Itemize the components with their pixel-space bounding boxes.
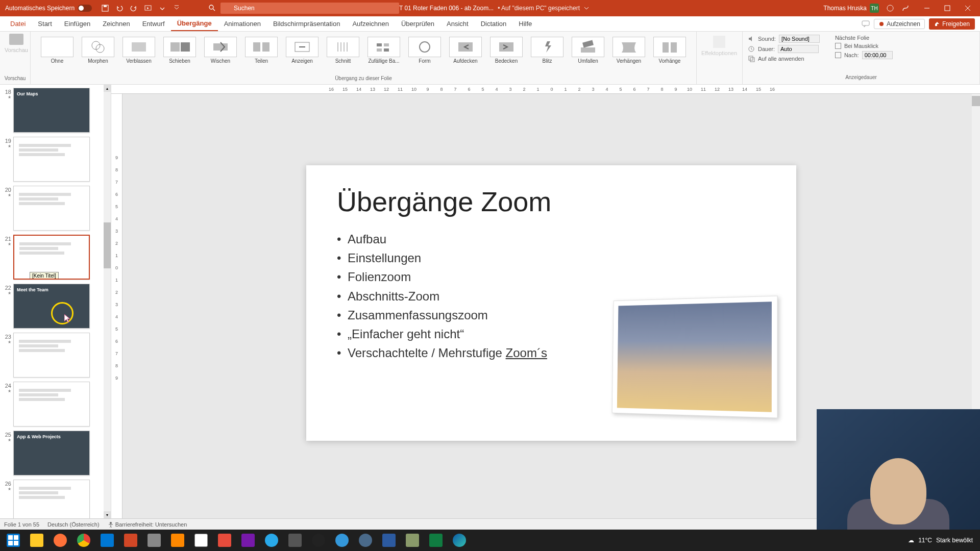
slide-thumb-23[interactable]: 23★	[0, 331, 111, 380]
apply-all-button[interactable]: Auf alle anwenden	[748, 55, 820, 62]
powerpoint-icon[interactable]	[119, 531, 142, 550]
app-icon-2[interactable]	[190, 531, 212, 550]
user-account[interactable]: Thomas Hruska TH	[823, 4, 879, 13]
sound-select[interactable]	[779, 35, 820, 43]
after-input[interactable]	[862, 51, 893, 59]
on-click-checkbox[interactable]: Bei Mausklick	[835, 43, 893, 49]
scroll-down-button[interactable]: ▾	[104, 511, 111, 518]
save-icon[interactable]	[101, 4, 109, 12]
slide-content[interactable]: Übergänge Zoom AufbauEinstellungenFolien…	[306, 165, 796, 441]
transition-blitz[interactable]: Blitz	[528, 36, 567, 65]
more-icon[interactable]	[158, 4, 166, 12]
transition-schieben[interactable]: Schieben	[160, 36, 199, 65]
transition-umfallen[interactable]: Umfallen	[569, 36, 607, 65]
scroll-up-button[interactable]: ▴	[104, 85, 111, 92]
outlook-icon[interactable]	[96, 531, 118, 550]
transition-wischen[interactable]: Wischen	[201, 36, 240, 65]
minimize-button[interactable]	[917, 0, 937, 16]
slide-counter[interactable]: Folie 1 von 55	[4, 521, 39, 528]
duration-input[interactable]	[778, 45, 819, 53]
tab-zeichnen[interactable]: Zeichnen	[96, 16, 136, 31]
transition-verblassen[interactable]: Verblassen	[119, 36, 158, 65]
weather-temp[interactable]: 11°C	[918, 537, 932, 544]
transition-zuflligeba[interactable]: Zufällige Ba...	[364, 36, 403, 65]
edge-icon[interactable]	[448, 531, 471, 550]
bullet-item[interactable]: Aufbau	[337, 230, 766, 248]
app-icon-6[interactable]	[354, 531, 377, 550]
tab-ansicht[interactable]: Ansicht	[440, 16, 475, 31]
thumbnail-scrollbar[interactable]: ▴ ▾	[104, 85, 111, 518]
telegram-icon[interactable]	[260, 531, 283, 550]
slide-thumb-24[interactable]: 24★	[0, 380, 111, 429]
tab-animationen[interactable]: Animationen	[218, 16, 267, 31]
tab-hilfe[interactable]: Hilfe	[512, 16, 538, 31]
transition-morphen[interactable]: Morphen	[79, 36, 117, 65]
tab-bildschirmpräsentation[interactable]: Bildschirmpräsentation	[267, 16, 347, 31]
undo-icon[interactable]	[115, 4, 124, 12]
redo-icon[interactable]	[130, 4, 138, 12]
transition-schnitt[interactable]: Schnitt	[324, 36, 362, 65]
duration-row[interactable]: Dauer:	[748, 45, 820, 53]
tab-übergänge[interactable]: Übergänge	[171, 16, 218, 31]
comments-icon[interactable]	[862, 20, 870, 28]
app-icon-8[interactable]	[401, 531, 424, 550]
slide-thumb-21[interactable]: 21★[Kein Titel]	[0, 233, 111, 282]
transition-form[interactable]: Form	[405, 36, 444, 65]
maximize-button[interactable]	[937, 0, 958, 16]
tab-einfügen[interactable]: Einfügen	[58, 16, 96, 31]
search-input[interactable]	[220, 3, 399, 14]
tab-entwurf[interactable]: Entwurf	[136, 16, 171, 31]
obs-icon[interactable]	[307, 531, 330, 550]
drawing-icon[interactable]	[901, 4, 910, 12]
transition-aufdecken[interactable]: Aufdecken	[446, 36, 485, 65]
tab-überprüfen[interactable]: Überprüfen	[395, 16, 440, 31]
transition-ohne[interactable]: Ohne	[38, 36, 77, 65]
transition-vorhnge[interactable]: Vorhänge	[650, 36, 689, 65]
slide-thumb-20[interactable]: 20★	[0, 184, 111, 233]
transition-teilen[interactable]: Teilen	[242, 36, 281, 65]
transition-anzeigen[interactable]: Anzeigen	[283, 36, 322, 65]
start-button[interactable]	[2, 531, 24, 550]
bullet-item[interactable]: Einstellungen	[337, 248, 766, 267]
tab-start[interactable]: Start	[32, 16, 58, 31]
app-icon-1[interactable]	[143, 531, 165, 550]
record-button[interactable]: Aufzeichnen	[874, 19, 925, 29]
slide-thumb-25[interactable]: 25★App & Web Projects	[0, 429, 111, 478]
excel-icon[interactable]	[425, 531, 447, 550]
tab-aufzeichnen[interactable]: Aufzeichnen	[346, 16, 395, 31]
tab-dictation[interactable]: Dictation	[475, 16, 513, 31]
sound-row[interactable]: Sound:	[748, 35, 820, 43]
onenote-icon[interactable]	[237, 531, 259, 550]
autosave-toggle[interactable]: Automatisches Speichern	[0, 5, 97, 12]
after-checkbox[interactable]: Nach:	[835, 51, 893, 59]
slide-title[interactable]: Übergänge Zoom	[337, 186, 766, 217]
app-icon-4[interactable]	[284, 531, 306, 550]
preview-button[interactable]: Vorschau	[4, 34, 29, 53]
editor-scrollbar-thumb[interactable]	[972, 96, 980, 106]
share-button[interactable]: Freigeben	[929, 18, 975, 30]
transition-bedecken[interactable]: Bedecken	[487, 36, 526, 65]
customize-qat-icon[interactable]	[173, 4, 181, 12]
slideshow-icon[interactable]	[144, 4, 152, 12]
accessibility-check[interactable]: Barrierefreiheit: Untersuchen	[108, 521, 187, 528]
slide-thumb-18[interactable]: 18★Our Maps	[0, 86, 111, 135]
weather-icon[interactable]: ☁	[908, 537, 914, 544]
tab-file[interactable]: Datei	[4, 16, 32, 31]
file-explorer-icon[interactable]	[26, 531, 48, 550]
slide-image-placeholder[interactable]	[612, 296, 778, 418]
weather-desc[interactable]: Stark bewölkt	[936, 537, 973, 544]
firefox-icon[interactable]	[49, 531, 71, 550]
vlc-icon[interactable]	[166, 531, 189, 550]
coming-soon-icon[interactable]	[886, 4, 894, 12]
slide-thumb-26[interactable]: 26★	[0, 478, 111, 518]
bullet-item[interactable]: Folienzoom	[337, 267, 766, 286]
effect-options-button[interactable]: Effektoptionen	[701, 34, 738, 56]
app-icon-3[interactable]	[213, 531, 236, 550]
chevron-down-icon[interactable]	[584, 6, 589, 11]
slide-thumb-19[interactable]: 19★	[0, 135, 111, 184]
app-icon-7[interactable]	[378, 531, 400, 550]
app-icon-5[interactable]	[331, 531, 353, 550]
close-button[interactable]	[958, 0, 978, 16]
chrome-icon[interactable]	[72, 531, 95, 550]
scrollbar-thumb[interactable]	[104, 222, 111, 268]
